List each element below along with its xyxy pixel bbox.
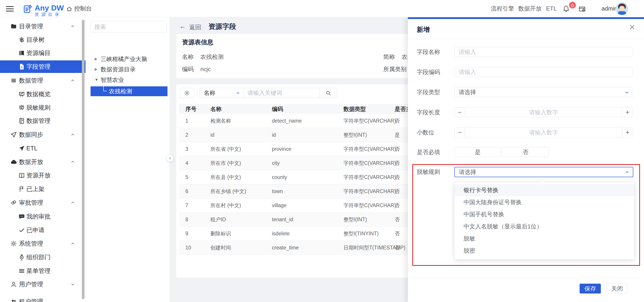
gear-icon [10,240,17,247]
notebook-icon [18,118,25,124]
nav-process-engine[interactable]: 流程引擎 [491,0,514,17]
watch-icon [18,254,25,260]
sidebar-item-menu-mgmt[interactable]: 菜单管理 [0,265,86,277]
resource-tree-panel: ▶ 三峡柑橘产业大脑 ▶ 数据资源目录 ▼ 智慧农业 农残检测 [86,17,170,302]
brand-logo[interactable]: Any DW 资源目录 [23,4,64,17]
console-link[interactable]: 控制台 [66,0,92,17]
field-name-input[interactable] [454,47,633,57]
tree-item-brain[interactable]: ▶ 三峡柑橘产业大脑 [86,54,170,64]
field-length-label: 字段长度 [417,108,440,116]
keyword-input[interactable] [243,88,319,98]
nav-etl[interactable]: ETL [546,0,557,17]
sidebar-scrollbar[interactable] [82,20,84,299]
minus-button[interactable]: − [454,108,465,117]
sidebar-item-org-dept[interactable]: 组织部门 [0,251,86,264]
sidebar-item-data-open[interactable]: 数据开放 [0,156,86,168]
check-icon [18,227,25,234]
sidebar-item-my-approvals[interactable]: 我的审批 [0,210,86,223]
chevron-up-icon [70,132,75,137]
back-button[interactable]: 返回 [189,23,201,31]
hamburger-menu-icon[interactable] [6,6,14,12]
sidebar-item-data-mgmt[interactable]: 数据管理 [0,74,86,87]
sidebar-item-resource-open[interactable]: 资源开放 [0,169,86,182]
sidebar-item-catalog-tree[interactable]: 目录树 [0,34,86,46]
tree-search-input[interactable] [90,21,166,32]
page-title: 资源字段 [208,22,236,31]
sidebar-item-applied[interactable]: 已申请 [0,224,86,236]
sidebar-item-field-mgmt[interactable]: 字段管理 [0,60,86,73]
field-type-select[interactable]: 请选择 [454,87,633,97]
info-section-title: 资源表信息 [182,38,213,46]
save-button[interactable]: 保存 [580,284,601,294]
col-header: 序号 [185,104,196,114]
table-row: 4所在市 (中文) city字符串型C(VARCHAR) 否 [179,156,444,170]
hamburger-lines-icon [18,268,25,274]
close-icon[interactable]: × [629,22,635,32]
required-yes-button[interactable]: 是 [454,147,501,157]
decimal-stepper: − + [454,128,633,137]
search-button[interactable] [319,88,337,98]
dropdown-option[interactable]: 脱密 [454,244,634,256]
sidebar-item-system-mgmt[interactable]: 系统管理 [0,237,86,250]
tree-item-data-resource-catalog[interactable]: ▶ 数据资源目录 [86,64,170,74]
panel-collapse-button[interactable]: ‹ [166,155,174,162]
dropdown-option[interactable]: 脱敏 [454,232,634,244]
minus-button[interactable]: − [454,128,465,137]
sidebar-item-data-sync[interactable]: 数据同步 [0,128,86,141]
caret-down-icon[interactable]: ▼ [94,75,98,85]
column-settings-button[interactable] [180,88,194,98]
send-outline-icon [10,131,17,138]
plus-button[interactable]: + [622,128,632,137]
divider [203,23,203,30]
workbench-settings-icon[interactable] [578,5,586,13]
plus-button[interactable]: + [622,108,632,117]
back-arrow-icon[interactable]: ← [179,22,186,30]
table-row: 8租户ID tenant_id整型I(INT) 否 [179,212,444,226]
username: admin [602,0,618,17]
field-code-input[interactable] [454,67,633,77]
home-icon [66,6,72,12]
sidebar-item-clipped[interactable]: 租户管理 [0,295,86,302]
table-row: 5所在县 (中文) county字符串型C(VARCHAR) 否 [179,170,444,184]
dropdown-option[interactable]: 中国大陆身份证号替换 [454,196,634,208]
table-row: 10创建时间 create_time日期时间型T(TIMESTAMP) 否 [179,241,444,255]
dropdown-option[interactable]: 中文人名脱敏（显示最后1位） [454,220,634,232]
dropdown-option[interactable]: 中国手机号替换 [454,208,634,220]
brand-logo-icon [23,4,32,17]
close-button[interactable]: 关闭 [607,284,628,294]
sidebar-item-data-mgmt-sub[interactable]: 数据管理 [0,114,86,127]
sidebar-item-approval-mgmt[interactable]: 审批管理 [0,196,86,209]
list-lines-icon [10,77,17,84]
col-header: 名称 [210,104,222,114]
caret-right-icon[interactable]: ▶ [94,54,98,64]
sidebar-item-data-overview[interactable]: 数据概览 [0,88,86,100]
mask-rule-select[interactable]: 请选择 [454,167,633,177]
chevron-down-icon [70,282,75,287]
required-no-button[interactable]: 否 [502,147,549,157]
tree-item-pesticide-detect[interactable]: 农残检测 [90,86,168,96]
field-length-input[interactable] [465,108,622,117]
tree-item-smart-agriculture[interactable]: ▼ 智慧农业 [86,75,170,85]
app-root: Any DW 资源目录 控制台 流程引擎 数据开放 ETL 0 admin [0,0,644,302]
avatar[interactable] [616,2,628,15]
sidebar-item-resource-catalog[interactable]: 资源编目 [0,47,86,59]
divider [197,90,198,96]
sidebar-item-masking-rules[interactable]: 脱敏规则 [0,101,86,114]
field-name-label: 字段名称 [417,48,440,56]
sidebar-item-user-mgmt[interactable]: 用户管理 [0,278,86,290]
link-icon [10,199,17,206]
nav-data-open[interactable]: 数据开放 [518,0,542,17]
mask-rule-label: 脱敏规则 [417,168,440,176]
table-row: 7所在村 (中文) village字符串型C(VARCHAR) 否 [179,198,444,212]
chevron-up-icon [624,170,630,175]
sidebar-item-catalog-mgmt[interactable]: 目录管理 [0,20,86,33]
sidebar-item-listed[interactable]: 已上架 [0,183,86,195]
dropdown-option[interactable]: 银行卡号替换 [454,184,634,196]
sidebar-item-etl[interactable]: ETL [0,142,86,154]
caret-right-icon[interactable]: ▶ [94,64,98,74]
table-header-row: 序号 名称 编码 数据类型 是否主键 [179,104,444,114]
chevron-down-icon [624,90,630,95]
decimal-input[interactable] [465,128,622,137]
filter-field-select[interactable]: 名称 [200,88,243,98]
chevron-up-icon [70,200,75,205]
